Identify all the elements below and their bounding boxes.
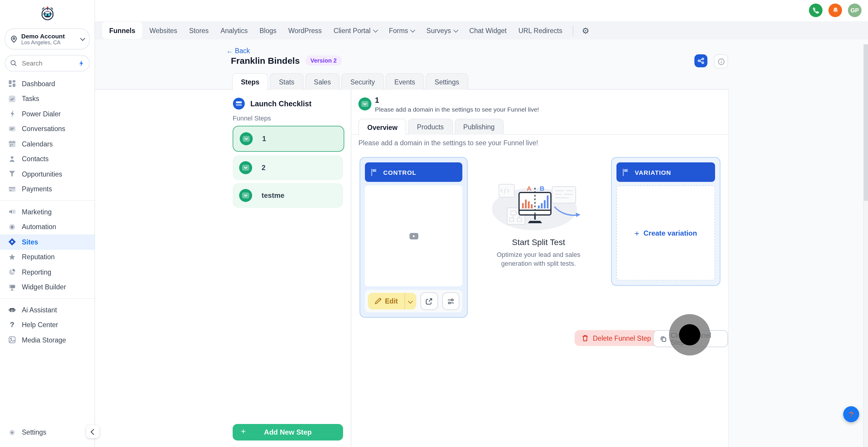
nav-tab-url-redirects[interactable]: URL Redirects (513, 21, 568, 39)
back-link[interactable]: ← Back (226, 47, 250, 54)
sidebar-item-dashboard[interactable]: Dashboard (0, 76, 94, 91)
question-mark-icon: ? (848, 410, 854, 419)
nav-tab-websites[interactable]: Websites (144, 21, 183, 39)
gear-icon (8, 428, 17, 437)
share-icon (698, 57, 705, 64)
info-button[interactable] (714, 54, 728, 68)
tab-steps[interactable]: Steps (232, 73, 268, 90)
create-variation-button[interactable]: + Create variation (634, 228, 697, 238)
credit-card-icon (8, 185, 17, 194)
nav-tab-funnels[interactable]: Funnels (102, 22, 142, 39)
launch-checklist[interactable]: Launch Checklist (232, 97, 311, 110)
app-window: Demo Account Los Angeles, CA (0, 0, 868, 447)
tasks-check-icon (8, 94, 17, 103)
edit-dropdown-button[interactable] (405, 293, 416, 310)
external-link-icon (426, 297, 433, 305)
tab-events[interactable]: Events (385, 73, 424, 90)
nav-tab-chat-widget[interactable]: Chat Widget (463, 21, 513, 39)
step-detail-title: 1 (375, 96, 379, 104)
sites-top-nav: Funnels Websites Stores Analytics Blogs … (94, 21, 868, 40)
user-avatar[interactable]: GP (848, 4, 862, 17)
sidebar-item-marketing[interactable]: Marketing (0, 204, 94, 219)
step-detail-tabs: Overview Products Publishing (359, 119, 505, 135)
edit-button[interactable]: Edit (368, 293, 404, 310)
control-header: CONTROL (365, 162, 462, 182)
ab-test-illustration: A B (488, 183, 589, 231)
funnel-step-item-testme[interactable]: testme (232, 183, 343, 208)
person-icon (8, 155, 17, 164)
step-settings-button[interactable] (442, 292, 459, 310)
sidebar-item-settings[interactable]: Settings (0, 425, 94, 440)
sidebar-item-automation[interactable]: Automation (0, 219, 94, 234)
tab-products[interactable]: Products (408, 119, 453, 135)
dashboard-icon (8, 79, 17, 88)
variation-header: VARIATION (616, 162, 715, 182)
nav-tab-wordpress[interactable]: WordPress (283, 21, 328, 39)
info-icon (717, 58, 725, 65)
nav-tab-stores[interactable]: Stores (183, 21, 215, 39)
quick-actions-bolt-icon[interactable] (77, 59, 85, 67)
sidebar-item-conversations[interactable]: Conversations (0, 121, 94, 136)
page-title-row: Franklin Bindels Version 2 (231, 56, 342, 66)
sidebar-item-calendars[interactable]: Calendars (0, 136, 94, 152)
chevron-down-icon (373, 28, 378, 32)
image-icon (8, 336, 17, 345)
funnel-step-item-1[interactable]: 1 (232, 126, 344, 152)
sidebar-item-ai-assistant[interactable]: Ai Assistant (0, 302, 94, 317)
sidebar-divider (0, 298, 94, 299)
sidebar-item-reporting[interactable]: Reporting (0, 264, 94, 280)
nav-tab-blogs[interactable]: Blogs (254, 21, 283, 39)
sidebar-item-media-storage[interactable]: Media Storage (0, 332, 94, 348)
scrollbar-thumb[interactable] (864, 44, 868, 201)
nav-tab-analytics[interactable]: Analytics (215, 21, 254, 39)
sidebar-item-contacts[interactable]: Contacts (0, 152, 94, 166)
sidebar-item-reputation[interactable]: Reputation (0, 250, 94, 264)
launch-checklist-icon (232, 97, 245, 110)
chevron-left-icon (90, 429, 96, 435)
nav-divider (573, 25, 574, 36)
split-test-title: Start Split Test (479, 237, 597, 247)
sidebar-item-sites[interactable]: Sites (0, 234, 94, 250)
sidebar-item-help-center[interactable]: ? Help Center (0, 317, 94, 332)
phone-dialer-button[interactable] (809, 4, 823, 17)
tab-stats[interactable]: Stats (270, 73, 303, 90)
tab-sales[interactable]: Sales (305, 73, 340, 90)
sidebar-item-tasks[interactable]: Tasks (0, 91, 94, 106)
step-envelope-icon (239, 161, 252, 174)
phone-icon (812, 6, 819, 14)
sidebar-collapse-button[interactable] (86, 425, 99, 438)
sidebar-item-widget-builder[interactable]: Widget Builder (0, 280, 94, 295)
nav-tab-forms[interactable]: Forms (383, 21, 421, 39)
funnel-step-item-2[interactable]: 2 (232, 155, 343, 180)
search-box[interactable] (5, 55, 90, 71)
tab-security[interactable]: Security (342, 73, 384, 90)
tab-settings[interactable]: Settings (426, 73, 468, 90)
control-page-preview[interactable] (365, 185, 462, 286)
funnel-tabs: Steps Stats Sales Security Events Settin… (232, 73, 470, 90)
lightning-bolt-icon (8, 109, 17, 118)
tab-publishing[interactable]: Publishing (454, 119, 503, 135)
notifications-button[interactable] (829, 4, 842, 17)
share-button[interactable] (694, 54, 707, 67)
nav-settings-gear-icon[interactable]: ⚙ (578, 26, 593, 35)
sidebar-item-payments[interactable]: Payments (0, 182, 94, 197)
edit-split-button[interactable]: Edit (368, 293, 416, 310)
tab-overview[interactable]: Overview (359, 119, 406, 135)
search-input[interactable] (21, 59, 73, 67)
step-envelope-icon (240, 132, 253, 145)
delete-funnel-step-button[interactable]: Delete Funnel Step (575, 330, 658, 346)
video-play-icon (409, 233, 418, 239)
account-switcher[interactable]: Demo Account Los Angeles, CA (5, 28, 90, 50)
help-floating-button[interactable]: ? (843, 406, 859, 422)
sidebar-item-opportunities[interactable]: Opportunities (0, 166, 94, 182)
chevron-down-icon (408, 299, 413, 304)
nav-tab-surveys[interactable]: Surveys (421, 21, 463, 39)
globe-icon (8, 238, 17, 247)
add-new-step-button[interactable]: + Add New Step (232, 424, 343, 441)
funnel-title: Franklin Bindels (231, 56, 300, 66)
open-preview-button[interactable] (421, 292, 438, 310)
calendar-icon (8, 140, 17, 149)
sidebar-item-power-dialer[interactable]: Power Dialer (0, 106, 94, 121)
step-header-icon (359, 97, 371, 110)
nav-tab-client-portal[interactable]: Client Portal (328, 21, 383, 39)
